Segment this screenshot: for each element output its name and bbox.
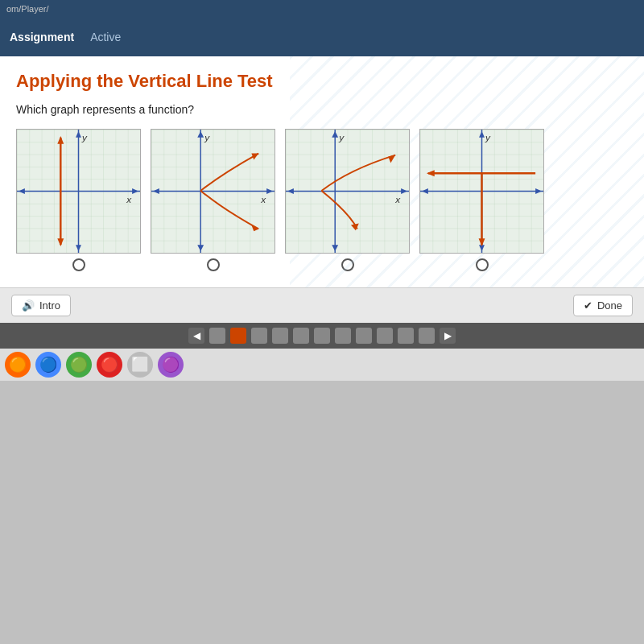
prev-arrow[interactable]: ◀ — [188, 328, 204, 344]
graph-option-3: x y — [285, 129, 410, 271]
nav-dot-11[interactable] — [419, 328, 435, 344]
done-label: Done — [597, 299, 622, 312]
graph-option-2: x y — [151, 129, 275, 271]
graph-option-1: x y — [16, 129, 141, 271]
bottom-bar: 🔊 Intro ✔ Done — [0, 287, 644, 323]
nav-dot-9[interactable] — [377, 328, 393, 344]
taskbar-icon-4[interactable]: 🔴 — [97, 352, 122, 378]
content-area: Applying the Vertical Line Test Which gr… — [0, 56, 644, 287]
intro-button[interactable]: 🔊 Intro — [11, 295, 71, 316]
nav-dot-6[interactable] — [314, 328, 330, 344]
graph-canvas-1: x y — [16, 129, 141, 254]
nav-dot-5[interactable] — [293, 328, 309, 344]
taskbar-icon-2[interactable]: 🔵 — [35, 352, 61, 378]
graph-canvas-4: y — [419, 129, 544, 254]
svg-text:x: x — [126, 194, 132, 205]
lesson-title: Applying the Vertical Line Test — [16, 71, 628, 92]
nav-dots-bar: ◀ ▶ — [0, 323, 644, 349]
checkmark-icon: ✔ — [584, 299, 592, 312]
done-button[interactable]: ✔ Done — [573, 295, 633, 316]
radio-3[interactable] — [341, 258, 354, 271]
nav-active[interactable]: Active — [90, 31, 121, 43]
next-arrow[interactable]: ▶ — [440, 328, 456, 344]
radio-4[interactable] — [476, 258, 489, 271]
taskbar-icon-6[interactable]: 🟣 — [158, 352, 184, 378]
svg-text:y: y — [338, 132, 345, 143]
nav-bar: Assignment Active — [0, 18, 644, 56]
graph-canvas-3: x y — [285, 129, 410, 254]
svg-text:y: y — [81, 132, 88, 143]
nav-dot-8[interactable] — [356, 328, 372, 344]
nav-dot-7[interactable] — [335, 328, 351, 344]
nav-dot-4[interactable] — [272, 328, 288, 344]
graph-canvas-2: x y — [151, 129, 275, 254]
browser-bar: om/Player/ — [0, 0, 644, 18]
browser-url: om/Player/ — [6, 4, 49, 14]
taskbar-icon-1[interactable]: 🟠 — [5, 352, 31, 378]
graph-option-4: y — [419, 129, 544, 271]
radio-1[interactable] — [72, 258, 85, 271]
svg-text:x: x — [260, 194, 266, 205]
svg-text:y: y — [485, 132, 491, 143]
radio-2[interactable] — [207, 258, 220, 271]
speaker-icon: 🔊 — [22, 299, 35, 312]
taskbar: 🟠 🔵 🟢 🔴 ⬜ 🟣 — [0, 349, 644, 381]
intro-label: Intro — [39, 299, 60, 312]
nav-assignment[interactable]: Assignment — [10, 31, 74, 43]
question-text: Which graph represents a function? — [16, 103, 628, 116]
svg-text:y: y — [204, 132, 210, 143]
nav-dot-10[interactable] — [398, 328, 414, 344]
nav-dot-3[interactable] — [251, 328, 267, 344]
taskbar-icon-3[interactable]: 🟢 — [66, 352, 92, 378]
taskbar-icon-5[interactable]: ⬜ — [127, 352, 153, 378]
svg-text:x: x — [394, 194, 401, 205]
nav-dot-1[interactable] — [209, 328, 225, 344]
graphs-row: x y — [16, 129, 628, 271]
nav-dot-2[interactable] — [230, 328, 246, 344]
